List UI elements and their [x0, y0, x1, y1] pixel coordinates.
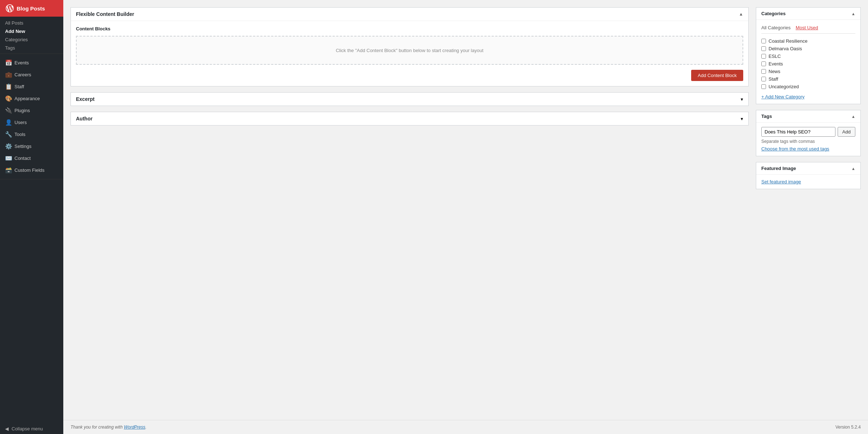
author-header[interactable]: Author ▾ [71, 112, 748, 125]
tags-title: Tags [761, 114, 772, 119]
tags-header: Tags ▲ [756, 110, 860, 123]
custom-fields-icon: 🗃️ [5, 167, 12, 174]
footer-text-before: Thank you for creating with [71, 425, 124, 430]
careers-icon: 💼 [5, 71, 12, 78]
add-tag-button[interactable]: Add [838, 127, 855, 137]
category-item-coastal: Coastal Resilience [761, 37, 855, 45]
flexible-content-header: Flexible Content Builder ▲ [71, 8, 748, 21]
main-content: Flexible Content Builder ▲ Content Block… [63, 0, 868, 434]
sidebar-item-tools-label: Tools [14, 132, 25, 137]
footer-text: Thank you for creating with WordPress. [71, 425, 146, 430]
category-checkbox-delmarva[interactable] [761, 46, 766, 51]
category-checkbox-events[interactable] [761, 61, 766, 66]
tags-input-field[interactable] [761, 127, 835, 137]
right-column: Categories ▲ All Categories Most Used Co… [756, 7, 861, 413]
sidebar-item-staff[interactable]: 📋 Staff [0, 81, 63, 93]
sidebar-item-settings-label: Settings [14, 144, 31, 149]
excerpt-chevron-down-icon[interactable]: ▾ [741, 97, 743, 102]
sidebar-item-users[interactable]: 👤 Users [0, 116, 63, 128]
category-item-eslc: ESLC [761, 52, 855, 60]
sidebar-categories[interactable]: Categories [0, 35, 63, 44]
content-area: Flexible Content Builder ▲ Content Block… [63, 0, 868, 420]
category-item-news: News [761, 68, 855, 75]
category-checkbox-staff[interactable] [761, 77, 766, 81]
set-featured-image-link[interactable]: Set featured image [761, 179, 801, 184]
center-column: Flexible Content Builder ▲ Content Block… [71, 7, 749, 413]
tags-panel: Tags ▲ Add Separate tags with commas Cho… [756, 110, 861, 156]
staff-icon: 📋 [5, 83, 12, 90]
category-label-events: Events [769, 61, 783, 67]
sidebar-item-events-label: Events [14, 60, 29, 65]
tags-hint-text: Separate tags with commas [761, 139, 855, 144]
category-item-uncategorized: Uncategorized [761, 83, 855, 90]
category-item-delmarva: Delmarva Oasis [761, 45, 855, 52]
flexible-content-title: Flexible Content Builder [76, 11, 134, 17]
appearance-icon: 🎨 [5, 95, 12, 102]
collapse-arrow-icon: ◀ [5, 426, 9, 431]
category-checkbox-news[interactable] [761, 69, 766, 74]
tags-input-row: Add [761, 127, 855, 137]
author-panel: Author ▾ [71, 112, 749, 125]
plugins-icon: 🔌 [5, 107, 12, 114]
sidebar-item-contact-label: Contact [14, 156, 31, 161]
sidebar-item-contact[interactable]: ✉️ Contact [0, 152, 63, 164]
users-icon: 👤 [5, 119, 12, 126]
flexible-content-body: Content Blocks Click the "Add Content Bl… [71, 21, 748, 86]
sidebar-header[interactable]: Blog Posts [0, 0, 63, 17]
tools-icon: 🔧 [5, 131, 12, 138]
categories-title: Categories [761, 11, 786, 16]
tags-chevron-up-icon[interactable]: ▲ [851, 114, 855, 119]
excerpt-header[interactable]: Excerpt ▾ [71, 93, 748, 106]
featured-image-title: Featured Image [761, 166, 796, 171]
featured-image-body: Set featured image [756, 175, 860, 189]
sidebar-add-new[interactable]: Add New [0, 27, 63, 35]
category-checkbox-uncategorized[interactable] [761, 84, 766, 89]
sidebar-item-careers[interactable]: 💼 Careers [0, 69, 63, 81]
category-tabs: All Categories Most Used [761, 24, 855, 34]
sidebar: Blog Posts All Posts Add New Categories … [0, 0, 63, 434]
tags-most-used-link[interactable]: Choose from the most used tags [761, 146, 829, 152]
sidebar-item-users-label: Users [14, 120, 27, 125]
sidebar-item-appearance-label: Appearance [14, 96, 40, 101]
categories-panel: Categories ▲ All Categories Most Used Co… [756, 7, 861, 104]
category-label-uncategorized: Uncategorized [769, 84, 799, 89]
featured-image-chevron-up-icon[interactable]: ▲ [851, 166, 855, 171]
category-label-news: News [769, 69, 780, 74]
sidebar-item-events[interactable]: 📅 Events [0, 57, 63, 69]
tags-body: Add Separate tags with commas Choose fro… [756, 123, 860, 156]
sidebar-item-tools[interactable]: 🔧 Tools [0, 128, 63, 140]
add-new-category-link[interactable]: + Add New Category [761, 94, 805, 99]
footer: Thank you for creating with WordPress. V… [63, 420, 868, 434]
category-checkbox-coastal[interactable] [761, 39, 766, 43]
add-content-block-button[interactable]: Add Content Block [691, 70, 743, 81]
featured-image-header: Featured Image ▲ [756, 162, 860, 175]
sidebar-all-posts[interactable]: All Posts [0, 19, 63, 27]
excerpt-title: Excerpt [76, 96, 94, 102]
category-label-eslc: ESLC [769, 54, 781, 59]
collapse-menu[interactable]: ◀ Collapse menu [0, 424, 63, 434]
footer-wordpress-link[interactable]: WordPress [124, 425, 145, 430]
categories-header: Categories ▲ [756, 8, 860, 20]
category-item-staff: Staff [761, 75, 855, 83]
sidebar-item-staff-label: Staff [14, 84, 24, 89]
category-item-events: Events [761, 60, 855, 68]
sidebar-item-settings[interactable]: ⚙️ Settings [0, 140, 63, 152]
settings-icon: ⚙️ [5, 143, 12, 150]
author-chevron-down-icon[interactable]: ▾ [741, 116, 743, 122]
category-checkbox-eslc[interactable] [761, 54, 766, 59]
events-icon: 📅 [5, 59, 12, 66]
footer-text-after: . [145, 425, 146, 430]
sidebar-tags[interactable]: Tags [0, 44, 63, 52]
contact-icon: ✉️ [5, 155, 12, 162]
sidebar-item-appearance[interactable]: 🎨 Appearance [0, 93, 63, 105]
tab-most-used[interactable]: Most Used [796, 24, 820, 31]
author-title: Author [76, 116, 93, 122]
categories-list: Coastal Resilience Delmarva Oasis ESLC [761, 37, 855, 90]
sidebar-item-plugins[interactable]: 🔌 Plugins [0, 105, 63, 116]
footer-version: Version 5.2.4 [835, 425, 861, 430]
sidebar-item-custom-fields[interactable]: 🗃️ Custom Fields [0, 164, 63, 176]
flexible-content-chevron-up-icon[interactable]: ▲ [739, 12, 743, 17]
sidebar-item-plugins-label: Plugins [14, 108, 30, 113]
categories-chevron-up-icon[interactable]: ▲ [851, 12, 855, 16]
tab-all-categories[interactable]: All Categories [761, 24, 793, 31]
